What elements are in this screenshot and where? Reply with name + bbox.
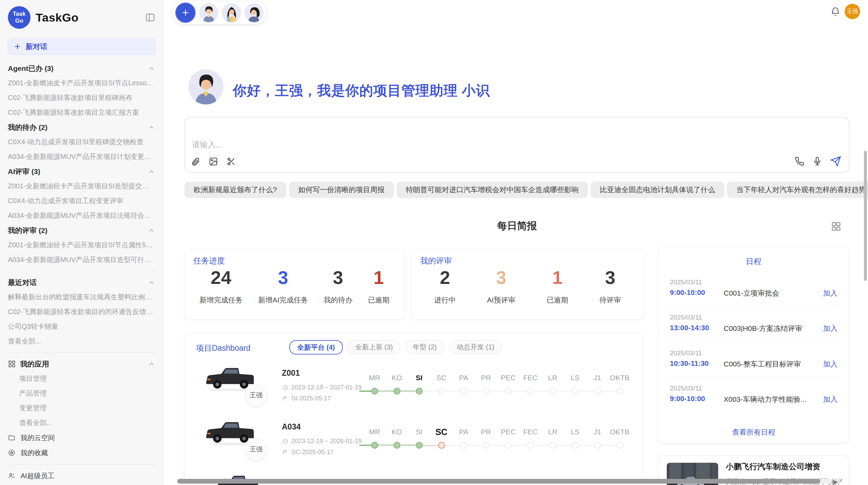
stat-value: 3 — [258, 267, 308, 288]
project-code: A034 — [282, 422, 301, 432]
sidebar-item[interactable]: Z001-全新燃油皮卡产品开发项目SI节点Lesson Learn报告 — [8, 76, 155, 90]
milestone-label: OKTB — [608, 373, 631, 383]
sidebar-item[interactable]: 解释最新出台的欧盟报废车法规再生塑料比例被调至15%... — [8, 290, 155, 304]
section-my-todo[interactable]: 我的待办 (2) — [8, 120, 155, 135]
join-link[interactable]: 加入 — [823, 324, 837, 333]
vertical-scrollbar-thumb[interactable] — [864, 151, 867, 281]
app-item-product-mgmt[interactable]: 产品管理 — [8, 386, 155, 401]
suggestion-chip[interactable]: 比亚迪全固态电池计划具体说了什么 — [591, 182, 724, 198]
suggestion-chip[interactable]: 当下年轻人对汽车外观有怎样的喜好趋势 — [727, 182, 868, 198]
sidebar-item[interactable]: C02-飞腾新能源轻客改款项目里程碑画布 — [8, 90, 155, 105]
users-icon — [8, 472, 15, 480]
user-name: 王强 — [847, 8, 858, 15]
stat-overdue: 1 已逾期 — [368, 267, 389, 305]
chevron-up-icon[interactable] — [148, 279, 155, 286]
sidebar-item-ai-employee[interactable]: AI超级员工 — [8, 468, 155, 483]
chevron-up-icon[interactable] — [148, 124, 155, 131]
schedule-time: 9:00-10:00 — [670, 288, 705, 297]
new-chat-button[interactable]: 新对话 — [8, 38, 155, 55]
join-link[interactable]: 加入 — [823, 395, 837, 404]
scissors-icon[interactable] — [227, 157, 236, 166]
sidebar-item[interactable]: C02-飞腾新能源轻客改款项目的闭环通告反馈情况 — [8, 304, 155, 319]
card-title: 我的评审 — [420, 256, 452, 266]
milestone-dot-pending — [460, 442, 467, 449]
horizontal-scrollbar-thumb[interactable] — [177, 479, 820, 484]
suggestion-chip[interactable]: 特朗普可能对进口汽车增税会对中国车企造成哪些影响 — [397, 182, 588, 198]
section-my-review[interactable]: 我的评审 (2) — [8, 223, 155, 238]
schedule-time: 13:00-14:30 — [670, 324, 709, 332]
sidebar-item[interactable]: C02-飞腾新能源轻客改款项目立项汇报方案 — [8, 105, 155, 120]
section-recent-chats[interactable]: 最近对话 — [8, 275, 155, 290]
avatar-contact-2[interactable] — [222, 3, 241, 22]
suggestion-chip[interactable]: 欧洲新规最近颁布了什么? — [184, 182, 286, 198]
stat-label: 新增完成任务 — [200, 295, 243, 305]
sidebar-item[interactable]: A034-全新新能源MUV产品开发项目法规符合性评审 — [8, 208, 155, 223]
sidebar-collapse-icon[interactable] — [145, 12, 155, 23]
composer-attachment-tools — [191, 157, 236, 166]
paperclip-icon[interactable] — [191, 157, 200, 166]
view-all-apps[interactable]: 查看全部... — [8, 415, 155, 430]
stat-value: 2 — [434, 267, 456, 288]
send-icon[interactable] — [830, 156, 841, 167]
app-item-change-mgmt[interactable]: 变更管理 — [8, 401, 155, 415]
section-my-apps[interactable]: 我的应用 — [8, 357, 155, 371]
section-title: 最近对话 — [8, 278, 37, 287]
milestone-dot-pending — [616, 388, 623, 395]
sidebar-item[interactable]: Z001-全新燃油轻卡产品开发项目SI造型提交物评审 — [8, 179, 155, 194]
schedule-date: 2025/03/11 — [670, 349, 702, 357]
milestone-dot-done — [416, 388, 423, 395]
logo-text-bottom: Go — [15, 17, 23, 24]
task-progress-card: 任务进度 24 新增完成任务 3 新增AI完成任务 3 我的待办 1 已逾期 — [184, 249, 405, 320]
user-avatar[interactable]: 王强 — [845, 4, 860, 19]
avatar-contact-1[interactable] — [199, 3, 218, 22]
view-all-schedule-link[interactable]: 查看所有日程 — [659, 427, 849, 437]
chevron-up-icon[interactable] — [148, 227, 155, 234]
sidebar-header: Task Go TaskGo — [8, 0, 155, 30]
view-all-chats[interactable]: 查看全部... — [8, 334, 155, 349]
tab-model-year[interactable]: 年型 (2) — [405, 340, 444, 354]
chevron-up-icon[interactable] — [148, 168, 155, 175]
add-contact-button[interactable] — [175, 2, 196, 23]
phone-icon[interactable] — [795, 157, 804, 166]
sidebar-item[interactable]: A034-全新新能源MUV产品开发项目造型可行性评审 — [8, 252, 155, 267]
stat-row: 24 新增完成任务 3 新增AI完成任务 3 我的待办 1 已逾期 — [185, 267, 404, 305]
sidebar-item[interactable]: C0X4-动力总成开发项目工程变更评审 — [8, 194, 155, 208]
sidebar-item-cloud-space[interactable]: 我的云空间 — [8, 430, 155, 445]
schedule-time: 9:00-10:00 — [670, 395, 705, 403]
app-item-project-mgmt[interactable]: 项目管理 — [8, 371, 155, 386]
section-agent-done[interactable]: Agent已办 (3) — [8, 61, 155, 76]
avatar-contact-3[interactable] — [244, 3, 264, 22]
sidebar-item[interactable]: C0X4-动力总成开发项目SI里程碑提交物检查 — [8, 135, 155, 149]
sidebar-item[interactable]: Z001-全新燃油轻卡产品开发项目SI节点属性5D文件评审 — [8, 238, 155, 252]
scroll-right-arrow[interactable]: ▶ — [833, 478, 838, 485]
ai-employee-label: AI超级员工 — [21, 471, 55, 481]
sidebar-item-favorites[interactable]: 我的收藏 — [8, 445, 155, 460]
sidebar-item[interactable]: 公司Q3轻卡销量 — [8, 319, 155, 334]
briefing-layout-icon[interactable] — [831, 221, 841, 232]
tab-powertrain[interactable]: 动总开发 (1) — [449, 340, 502, 354]
image-icon[interactable] — [209, 157, 218, 166]
suggestion-chip[interactable]: 如何写一份清晰的项目周报 — [289, 182, 394, 198]
divider — [670, 306, 837, 306]
section-ai-review[interactable]: AI评审 (3) — [8, 164, 155, 179]
join-link[interactable]: 加入 — [823, 359, 837, 369]
milestone-dot-pending — [438, 388, 445, 395]
milestone-dot-pending — [594, 442, 601, 449]
project-dates: 2023-12-19 ~ 2026-01-19 — [282, 438, 362, 445]
join-link[interactable]: 加入 — [823, 288, 837, 298]
divider — [8, 271, 155, 271]
chat-input[interactable] — [191, 139, 775, 160]
chevron-up-icon[interactable] — [148, 360, 155, 368]
chevron-up-icon[interactable] — [148, 65, 155, 72]
milestone-dot-pending — [483, 388, 490, 395]
schedule-meeting-title: C005-整车工程目标评审 — [724, 359, 801, 369]
logo-text-top: Task — [13, 11, 26, 17]
flag-text: SC-2025-05-17 — [291, 449, 334, 456]
notification-bell-icon[interactable] — [830, 7, 841, 17]
app-title: TaskGo — [36, 11, 79, 24]
tab-new-body[interactable]: 全新上装 (3) — [348, 340, 400, 354]
sidebar-item[interactable]: A034-全新新能源MUV产品开发项目计划变更表编写 — [8, 149, 155, 164]
mic-icon[interactable] — [812, 157, 822, 166]
tab-all-new-platform[interactable]: 全新平台 (4) — [289, 340, 343, 355]
sidebar-item-help-write[interactable]: 帮我写作 — [8, 483, 155, 485]
